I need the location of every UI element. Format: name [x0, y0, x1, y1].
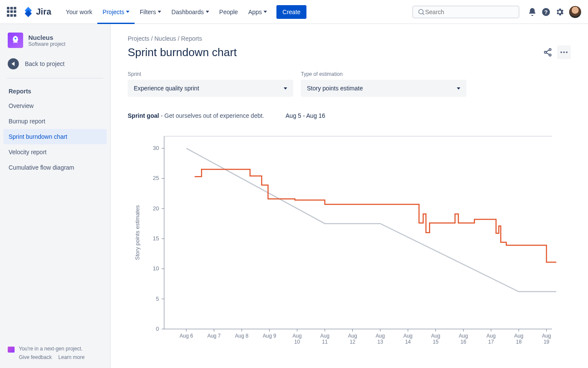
jira-logo[interactable]: Jira	[23, 7, 51, 17]
search-icon	[417, 8, 425, 16]
project-subtitle: Software project	[28, 41, 66, 47]
chart-svg: 051015202530Aug 6Aug 7Aug 8Aug 9Aug 10Au…	[128, 132, 556, 355]
back-label: Back to project	[25, 60, 65, 67]
more-actions-icon[interactable]	[557, 45, 571, 59]
svg-text:Aug 9: Aug 9	[263, 333, 276, 339]
svg-text:15: 15	[153, 235, 159, 242]
create-button[interactable]: Create	[276, 5, 306, 19]
svg-text:20: 20	[153, 205, 159, 212]
svg-text:Aug: Aug	[376, 333, 385, 339]
share-icon[interactable]	[541, 45, 555, 59]
svg-text:25: 25	[153, 175, 159, 181]
nav-item-dashboards[interactable]: Dashboards	[166, 0, 214, 24]
footer-info: You're in a next-gen project.	[19, 346, 90, 352]
search-box[interactable]	[412, 6, 519, 18]
svg-text:17: 17	[488, 339, 494, 345]
svg-line-9	[546, 53, 549, 54]
app-switcher-icon[interactable]	[7, 7, 17, 17]
sidebar-item-cumulative-flow-diagram[interactable]: Cumulative flow diagram	[3, 160, 107, 175]
sidebar-item-sprint-burndown-chart[interactable]: Sprint burndown chart	[3, 129, 107, 144]
sidebar-item-burnup-report[interactable]: Burnup report	[3, 114, 107, 129]
svg-text:Aug 7: Aug 7	[207, 333, 221, 339]
sprint-select-label: Sprint	[128, 71, 293, 77]
nav-item-label: Filters	[140, 9, 156, 15]
jira-logo-icon	[23, 7, 33, 17]
svg-text:?: ?	[544, 9, 548, 15]
svg-text:10: 10	[294, 339, 300, 345]
svg-point-5	[549, 48, 551, 51]
svg-text:12: 12	[350, 339, 356, 345]
sprint-goal-text: - Get ourselves out of experience debt.	[159, 112, 264, 119]
svg-point-4	[15, 38, 16, 39]
brand-name: Jira	[36, 7, 51, 17]
rocket-icon	[10, 35, 21, 45]
nav-item-apps[interactable]: Apps	[243, 0, 272, 24]
sidebar-item-overview[interactable]: Overview	[3, 98, 107, 114]
sidebar-item-velocity-report[interactable]: Velocity report	[3, 144, 107, 160]
user-avatar[interactable]	[569, 6, 581, 18]
svg-text:5: 5	[156, 296, 159, 302]
nav-item-label: Your work	[66, 9, 93, 15]
help-icon[interactable]: ?	[539, 5, 553, 19]
nav-item-projects[interactable]: Projects	[97, 0, 135, 24]
svg-point-7	[549, 54, 551, 56]
svg-text:0: 0	[156, 326, 159, 332]
svg-text:19: 19	[543, 339, 549, 345]
svg-text:Aug: Aug	[459, 333, 468, 339]
sidebar: Nucleus Software project Back to project…	[0, 24, 111, 368]
svg-text:Story points estimates: Story points estimates	[134, 205, 141, 260]
top-nav: Jira Your workProjectsFiltersDashboardsP…	[0, 0, 588, 24]
svg-text:14: 14	[405, 339, 411, 345]
sidebar-footer: You're in a next-gen project. Give feedb…	[3, 341, 107, 365]
settings-icon[interactable]	[553, 5, 567, 19]
sprint-select[interactable]: Experience quality sprint	[128, 80, 293, 97]
breadcrumb[interactable]: Projects / Nucleus / Reports	[128, 35, 571, 42]
back-arrow-icon	[8, 58, 19, 69]
chevron-down-icon	[457, 87, 460, 90]
svg-point-0	[419, 9, 423, 14]
nav-item-label: Apps	[248, 9, 262, 15]
search-input[interactable]	[425, 9, 514, 15]
svg-line-8	[546, 50, 549, 52]
svg-text:13: 13	[378, 339, 384, 345]
project-icon	[8, 33, 23, 48]
chevron-down-icon	[126, 11, 129, 13]
svg-line-1	[423, 13, 424, 15]
svg-text:15: 15	[433, 339, 439, 345]
notifications-icon[interactable]	[525, 5, 539, 19]
svg-text:Aug: Aug	[431, 333, 440, 339]
svg-point-11	[563, 51, 565, 53]
svg-text:Aug: Aug	[514, 333, 523, 339]
svg-text:30: 30	[153, 145, 159, 151]
svg-rect-58	[162, 332, 556, 350]
back-to-project[interactable]: Back to project	[3, 54, 107, 74]
nav-item-your-work[interactable]: Your work	[61, 0, 98, 24]
give-feedback-link[interactable]: Give feedback	[19, 354, 52, 360]
learn-more-link[interactable]: Learn more	[58, 354, 84, 360]
svg-text:11: 11	[322, 339, 328, 345]
svg-point-12	[566, 51, 568, 53]
sidebar-section-header: Reports	[3, 84, 107, 98]
svg-point-6	[544, 51, 546, 54]
nav-item-label: Dashboards	[171, 9, 204, 15]
nav-item-people[interactable]: People	[214, 0, 243, 24]
svg-text:Aug 6: Aug 6	[180, 333, 193, 339]
svg-text:18: 18	[516, 339, 522, 345]
svg-text:Aug: Aug	[293, 333, 302, 339]
sprint-date-range: Aug 5 - Aug 16	[285, 112, 325, 119]
nav-item-label: People	[219, 9, 238, 15]
svg-text:Aug 8: Aug 8	[235, 333, 249, 339]
chevron-down-icon	[158, 11, 161, 13]
estimation-select[interactable]: Story points estimate	[301, 80, 466, 97]
project-header: Nucleus Software project	[3, 33, 107, 54]
chevron-down-icon	[284, 87, 287, 90]
svg-text:10: 10	[153, 265, 159, 272]
nav-item-label: Projects	[102, 9, 124, 15]
svg-point-10	[561, 51, 562, 53]
sprint-goal-label: Sprint goal	[128, 112, 159, 119]
nav-item-filters[interactable]: Filters	[135, 0, 166, 24]
svg-text:Aug: Aug	[348, 333, 357, 339]
nextgen-icon	[8, 347, 15, 353]
page-title: Sprint burndown chart	[128, 46, 237, 59]
svg-text:Aug: Aug	[403, 333, 412, 339]
